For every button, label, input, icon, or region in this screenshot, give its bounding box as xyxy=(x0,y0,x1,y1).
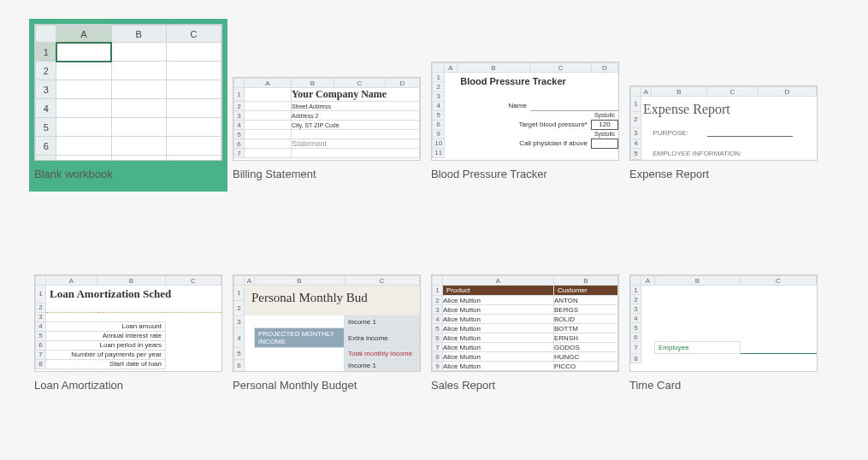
template-gallery: A B C 1 2 3 4 5 6 7 Blank workbook ABCD xyxy=(34,24,834,392)
thumb-time-card: ABC 1 2 3 4 5 6 7Employee 8 xyxy=(629,274,818,372)
template-blank-workbook[interactable]: A B C 1 2 3 4 5 6 7 Blank workbook xyxy=(34,24,222,180)
thumb-blank-workbook: A B C 1 2 3 4 5 6 7 xyxy=(34,24,222,161)
template-sales-report[interactable]: AB 1ProductCustomer 2Alice MuttonANTON 3… xyxy=(431,274,619,392)
template-caption: Personal Monthly Budget xyxy=(233,379,421,392)
thumb-loan-amortization: ABC 1Loan Amortization Sched 2 3 4Loan a… xyxy=(34,274,222,372)
thumb-pmb: ABC 1Personal Monthly Bud 2 3Income 1 4P… xyxy=(233,274,421,372)
template-caption: Blank workbook xyxy=(34,168,222,180)
template-caption: Loan Amortization xyxy=(34,379,222,392)
template-personal-monthly-budget[interactable]: ABC 1Personal Monthly Bud 2 3Income 1 4P… xyxy=(233,274,421,392)
template-expense-report[interactable]: ABCD 1Expense Report 2 3PURPOSE: 4 5EMPL… xyxy=(629,24,818,180)
template-caption: Billing Statement xyxy=(233,168,421,180)
template-time-card[interactable]: ABC 1 2 3 4 5 6 7Employee 8 Time Card xyxy=(629,274,818,392)
thumb-expense-report: ABCD 1Expense Report 2 3PURPOSE: 4 5EMPL… xyxy=(629,86,818,161)
template-caption: Time Card xyxy=(629,379,818,392)
template-caption: Expense Report xyxy=(629,168,818,180)
template-billing-statement[interactable]: ABCD 1Your Company Name 2Street Address … xyxy=(233,24,421,180)
template-caption: Sales Report xyxy=(431,379,619,392)
template-loan-amortization[interactable]: ABC 1Loan Amortization Sched 2 3 4Loan a… xyxy=(34,274,222,392)
thumb-billing-statement: ABCD 1Your Company Name 2Street Address … xyxy=(233,77,421,161)
thumb-sales-report: AB 1ProductCustomer 2Alice MuttonANTON 3… xyxy=(431,274,619,372)
thumb-blood-pressure: ABCD 1Blood Pressure Tracker 2 3 4Name 5… xyxy=(431,62,619,161)
template-caption: Blood Pressure Tracker xyxy=(431,168,619,180)
template-blood-pressure[interactable]: ABCD 1Blood Pressure Tracker 2 3 4Name 5… xyxy=(431,24,619,180)
